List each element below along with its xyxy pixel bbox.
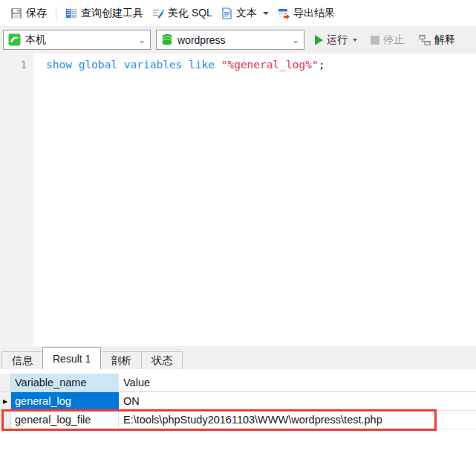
- beautify-sql-icon: [152, 7, 164, 19]
- explain-diagram-icon: [419, 34, 431, 46]
- sql-code-line[interactable]: show global variables like "%general_log…: [46, 59, 325, 71]
- query-builder-label: 查询创建工具: [81, 7, 143, 20]
- text-view-label: 文本: [236, 7, 257, 20]
- tab-status[interactable]: 状态: [141, 351, 183, 369]
- column-header-value[interactable]: Value: [119, 374, 476, 392]
- sql-terminator: ;: [319, 59, 325, 71]
- beautify-sql-label: 美化 SQL: [168, 7, 212, 20]
- cell-variable-name[interactable]: general_log: [11, 392, 119, 411]
- cell-value[interactable]: E:\tools\phpStudy20161103\WWW\wordpress\…: [119, 411, 476, 429]
- query-window: 保存 查询创建工具 美化 SQL 文本 导出结果: [0, 0, 476, 465]
- grid-header-gutter: [0, 374, 11, 392]
- tab-profile[interactable]: 剖析: [100, 351, 142, 369]
- save-button[interactable]: 保存: [6, 4, 51, 23]
- tab-profile-label: 剖析: [111, 354, 131, 368]
- row-marker: ▶: [0, 392, 11, 411]
- database-value: wordpress: [177, 34, 287, 46]
- sql-string-literal: "%general_log%": [221, 59, 319, 71]
- text-dropdown-arrow-icon[interactable]: [263, 12, 269, 15]
- tab-info[interactable]: 信息: [1, 351, 43, 369]
- stop-button[interactable]: 停止: [368, 31, 407, 49]
- main-toolbar: 保存 查询创建工具 美化 SQL 文本 导出结果: [0, 0, 476, 26]
- connection-select[interactable]: 本机 ⌄: [3, 30, 151, 50]
- stop-label: 停止: [383, 33, 404, 47]
- sql-keywords: show global variables like: [46, 59, 221, 71]
- tab-result-1[interactable]: Result 1: [42, 347, 101, 369]
- text-document-icon: [221, 7, 232, 19]
- database-select[interactable]: wordpress ⌄: [156, 30, 304, 50]
- export-results-icon: [278, 7, 290, 19]
- tab-status-label: 状态: [151, 354, 172, 368]
- grid-header-row: Variable_name Value: [0, 374, 476, 392]
- export-results-button[interactable]: 导出结果: [273, 4, 339, 23]
- connection-chevron-icon: ⌄: [138, 36, 146, 45]
- run-label: 运行: [327, 33, 348, 47]
- database-chevron-icon: ⌄: [292, 36, 299, 45]
- save-icon: [10, 7, 22, 19]
- beautify-sql-button[interactable]: 美化 SQL: [148, 4, 217, 23]
- export-results-label: 导出结果: [293, 7, 335, 20]
- run-play-icon: [315, 35, 323, 45]
- connection-toolbar: 本机 ⌄ wordpress ⌄ 运行 停止 解: [0, 26, 476, 53]
- table-row[interactable]: ▶ general_log ON: [0, 392, 476, 411]
- connection-value: 本机: [25, 33, 134, 47]
- cell-value[interactable]: ON: [119, 392, 476, 411]
- column-header-variable-name[interactable]: Variable_name: [11, 374, 119, 392]
- row-gutter: [0, 411, 11, 429]
- tab-result-1-label: Result 1: [53, 353, 91, 365]
- execution-controls: 运行 停止 解释: [312, 30, 458, 50]
- text-view-button[interactable]: 文本: [217, 4, 273, 23]
- current-row-arrow-icon: ▶: [3, 398, 7, 405]
- database-icon: [161, 33, 173, 46]
- explain-label: 解释: [434, 33, 455, 47]
- sql-editor[interactable]: 1 show global variables like "%general_l…: [0, 53, 476, 346]
- explain-button[interactable]: 解释: [416, 31, 458, 49]
- query-builder-icon: [65, 7, 77, 19]
- run-dropdown-arrow-icon[interactable]: [353, 39, 357, 42]
- query-builder-button[interactable]: 查询创建工具: [61, 4, 148, 23]
- stop-square-icon: [371, 36, 379, 45]
- run-button[interactable]: 运行: [312, 31, 360, 49]
- toolbar-separator: [56, 7, 56, 20]
- cell-variable-name[interactable]: general_log_file: [11, 411, 119, 429]
- result-tabstrip: 信息 Result 1 剖析 状态: [0, 346, 476, 369]
- line-number: 1: [21, 59, 27, 71]
- table-row[interactable]: general_log_file E:\tools\phpStudy201611…: [0, 411, 476, 429]
- line-number-gutter: 1: [0, 53, 33, 346]
- save-label: 保存: [26, 7, 47, 20]
- tab-info-label: 信息: [12, 354, 33, 368]
- connection-mysql-icon: [8, 33, 21, 46]
